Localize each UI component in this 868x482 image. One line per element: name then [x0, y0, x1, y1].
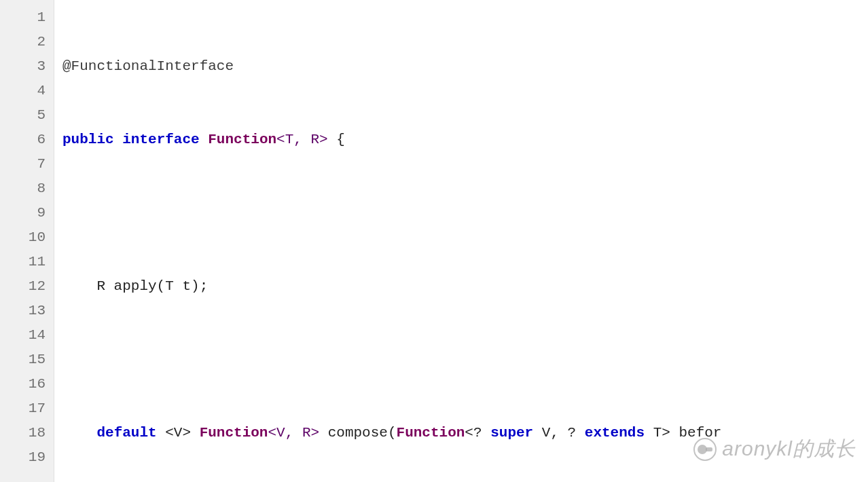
params: T> befor [645, 425, 721, 441]
code-editor[interactable]: @FunctionalInterface public interface Fu… [54, 0, 868, 482]
line-number: 7 [12, 152, 46, 177]
generic-params: <T, R> [276, 132, 328, 147]
line-number: 10 [12, 225, 46, 250]
code-line[interactable] [62, 348, 860, 372]
generic: <V> [157, 425, 200, 441]
line-number: 4 [12, 79, 46, 103]
line-number: 19 [12, 445, 46, 470]
line-number: 11 [12, 250, 46, 274]
params: V, ? [533, 425, 585, 441]
line-number: 14 [12, 323, 46, 348]
line-number: 17 [12, 396, 46, 421]
params: <? [465, 425, 490, 441]
line-number: 5 [12, 103, 46, 128]
line-number: 15 [12, 348, 46, 372]
line-number: 3 [12, 54, 46, 79]
keyword-super: super [490, 425, 533, 441]
line-number: 16 [12, 372, 46, 396]
line-number: 12 [12, 274, 46, 299]
line-number: 13 [12, 299, 46, 323]
generic-params: <V, R> [268, 425, 319, 441]
code-line[interactable] [62, 201, 860, 225]
line-number: 1 [12, 5, 46, 30]
line-number: 8 [12, 177, 46, 201]
line-number-gutter: 1 2 3 4 5 6 7 8 9 10 11 12 13 14 15 16 1… [0, 0, 54, 482]
type-function: Function [397, 425, 465, 441]
keyword-public: public [62, 132, 114, 147]
keyword-extends: extends [585, 425, 645, 441]
keyword-interface: interface [122, 132, 199, 147]
line-number: 9 [12, 201, 46, 225]
code-line[interactable]: @FunctionalInterface [62, 54, 860, 79]
annotation: @FunctionalInterface [62, 58, 234, 74]
keyword-default: default [96, 425, 156, 441]
type-function: Function [208, 132, 276, 147]
type-function: Function [200, 425, 268, 441]
line-number: 18 [12, 421, 46, 445]
code-text: R apply(T t); [62, 278, 208, 294]
line-number: 6 [12, 128, 46, 152]
method-name: compose( [319, 425, 396, 441]
code-line[interactable]: R apply(T t); [62, 274, 860, 299]
indent [62, 425, 96, 441]
code-line[interactable]: public interface Function<T, R> { [62, 128, 860, 152]
code-line[interactable]: default <V> Function<V, R> compose(Funct… [62, 421, 860, 445]
line-number: 2 [12, 30, 46, 54]
brace: { [328, 132, 345, 147]
